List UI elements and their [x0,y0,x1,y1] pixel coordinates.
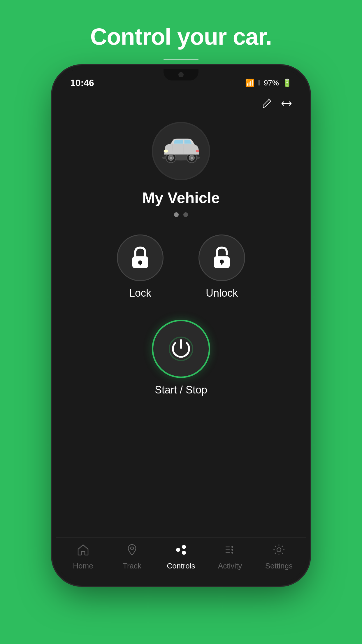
svg-point-8 [196,150,199,152]
car-image [156,136,206,166]
vehicle-name: My Vehicle [142,189,220,206]
signal-icon: Ⅰ [258,78,260,88]
main-content: My Vehicle [56,116,306,537]
svg-point-17 [131,547,133,550]
notch [164,69,198,80]
home-icon [77,543,89,559]
car-avatar [152,122,210,180]
start-stop-button[interactable]: Start / Stop [152,320,210,396]
status-icons: 📶 Ⅰ 97% 🔋 [245,78,292,88]
phone-frame: 10:46 📶 Ⅰ 97% 🔋 [56,69,306,582]
dot-1 [174,212,179,217]
svg-point-24 [231,546,233,548]
unlock-circle[interactable] [198,235,245,281]
battery-percentage: 97% [264,78,279,88]
nav-home-label: Home [73,561,93,570]
settings-icon [273,543,285,559]
nav-controls[interactable]: Controls [164,543,198,570]
nav-activity[interactable]: Activity [212,543,247,570]
svg-point-26 [231,552,233,554]
nav-settings[interactable]: Settings [261,543,296,570]
track-icon [126,543,138,559]
status-time: 10:46 [70,78,94,88]
svg-point-18 [176,548,180,552]
page-title: Control your car. [0,23,362,50]
power-circle[interactable] [152,320,210,378]
nav-controls-label: Controls [167,561,195,570]
svg-point-6 [191,157,193,159]
dot-2 [183,212,188,217]
nav-track-label: Track [123,561,141,570]
unlock-button[interactable]: Unlock [198,235,245,299]
svg-point-19 [182,545,186,549]
lock-button[interactable]: Lock [117,235,164,299]
svg-rect-11 [140,262,141,265]
battery-icon: 🔋 [282,78,292,88]
lock-unlock-controls: Lock Unlock [117,235,245,299]
svg-point-25 [231,549,233,551]
wifi-icon: 📶 [245,78,254,88]
edit-icon[interactable] [262,97,273,110]
svg-point-3 [170,157,172,159]
resize-icon[interactable] [281,97,292,110]
lock-label: Lock [129,287,151,299]
svg-point-20 [182,551,186,555]
top-actions [56,91,306,116]
nav-activity-label: Activity [218,561,242,570]
header-divider [164,59,198,60]
start-stop-label: Start / Stop [155,384,207,396]
phone-screen: 10:46 📶 Ⅰ 97% 🔋 [56,69,306,582]
unlock-label: Unlock [206,287,238,299]
lock-circle[interactable] [117,235,164,281]
camera [178,72,184,77]
svg-point-7 [164,150,168,153]
page-header: Control your car. [0,0,362,69]
nav-settings-label: Settings [265,561,293,570]
pagination-dots [174,212,188,217]
activity-icon [224,543,236,559]
svg-rect-14 [221,262,222,265]
bottom-nav: Home Track [56,537,306,582]
svg-point-27 [277,548,281,552]
nav-track[interactable]: Track [115,543,150,570]
nav-home[interactable]: Home [66,543,101,570]
controls-icon [174,543,188,559]
